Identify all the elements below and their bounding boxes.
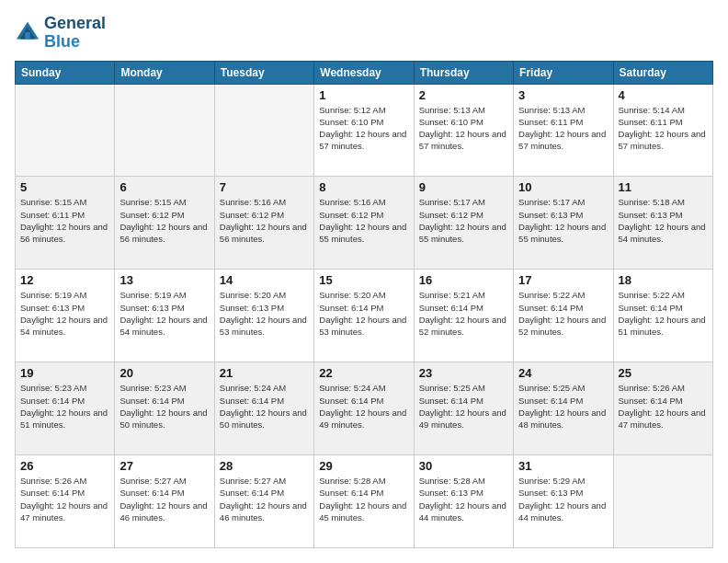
day-number: 1 (319, 88, 408, 102)
day-info: Sunrise: 5:17 AM Sunset: 6:12 PM Dayligh… (419, 196, 508, 245)
day-number: 8 (319, 180, 408, 194)
day-header-saturday: Saturday (613, 61, 712, 84)
day-header-monday: Monday (115, 61, 214, 84)
calendar-cell: 6Sunrise: 5:15 AM Sunset: 6:12 PM Daylig… (115, 177, 214, 270)
calendar-cell: 29Sunrise: 5:28 AM Sunset: 6:14 PM Dayli… (314, 455, 414, 548)
calendar-cell: 8Sunrise: 5:16 AM Sunset: 6:12 PM Daylig… (314, 177, 414, 270)
day-info: Sunrise: 5:26 AM Sunset: 6:14 PM Dayligh… (20, 475, 109, 523)
calendar-cell: 15Sunrise: 5:20 AM Sunset: 6:14 PM Dayli… (314, 270, 414, 362)
day-number: 16 (419, 273, 508, 287)
day-number: 31 (518, 459, 608, 473)
calendar-cell: 21Sunrise: 5:24 AM Sunset: 6:14 PM Dayli… (214, 362, 313, 455)
day-info: Sunrise: 5:27 AM Sunset: 6:14 PM Dayligh… (220, 475, 309, 523)
day-number: 19 (20, 366, 109, 380)
day-info: Sunrise: 5:26 AM Sunset: 6:14 PM Dayligh… (619, 382, 708, 431)
calendar-cell: 27Sunrise: 5:27 AM Sunset: 6:14 PM Dayli… (115, 455, 214, 548)
day-info: Sunrise: 5:19 AM Sunset: 6:13 PM Dayligh… (20, 289, 109, 338)
day-info: Sunrise: 5:15 AM Sunset: 6:12 PM Dayligh… (119, 196, 209, 245)
calendar-cell: 4Sunrise: 5:14 AM Sunset: 6:11 PM Daylig… (613, 84, 712, 177)
day-info: Sunrise: 5:25 AM Sunset: 6:14 PM Dayligh… (518, 382, 608, 431)
calendar-cell: 13Sunrise: 5:19 AM Sunset: 6:13 PM Dayli… (115, 270, 214, 362)
calendar-cell: 7Sunrise: 5:16 AM Sunset: 6:12 PM Daylig… (214, 177, 313, 270)
calendar-cell: 2Sunrise: 5:13 AM Sunset: 6:10 PM Daylig… (414, 84, 513, 177)
day-header-thursday: Thursday (414, 61, 513, 84)
calendar-cell: 28Sunrise: 5:27 AM Sunset: 6:14 PM Dayli… (214, 455, 313, 548)
page-container: General Blue SundayMondayTuesdayWednesda… (0, 0, 728, 563)
calendar-cell: 12Sunrise: 5:19 AM Sunset: 6:13 PM Dayli… (16, 270, 115, 362)
calendar-cell: 30Sunrise: 5:28 AM Sunset: 6:13 PM Dayli… (414, 455, 513, 548)
day-info: Sunrise: 5:13 AM Sunset: 6:10 PM Dayligh… (419, 104, 508, 153)
day-number: 29 (319, 459, 408, 473)
calendar-header-row: SundayMondayTuesdayWednesdayThursdayFrid… (16, 61, 713, 84)
calendar-cell: 31Sunrise: 5:29 AM Sunset: 6:13 PM Dayli… (514, 455, 613, 548)
day-info: Sunrise: 5:23 AM Sunset: 6:14 PM Dayligh… (20, 382, 109, 431)
calendar-cell: 11Sunrise: 5:18 AM Sunset: 6:13 PM Dayli… (613, 177, 712, 270)
calendar-cell: 26Sunrise: 5:26 AM Sunset: 6:14 PM Dayli… (16, 455, 115, 548)
calendar-cell (214, 84, 313, 177)
day-number: 12 (20, 273, 109, 287)
day-number: 23 (419, 366, 508, 380)
calendar-cell: 16Sunrise: 5:21 AM Sunset: 6:14 PM Dayli… (414, 270, 513, 362)
day-number: 22 (319, 366, 408, 380)
day-number: 14 (220, 273, 309, 287)
day-info: Sunrise: 5:20 AM Sunset: 6:13 PM Dayligh… (220, 289, 309, 338)
day-number: 9 (419, 180, 508, 194)
day-info: Sunrise: 5:13 AM Sunset: 6:11 PM Dayligh… (518, 104, 608, 153)
day-info: Sunrise: 5:24 AM Sunset: 6:14 PM Dayligh… (319, 382, 408, 431)
day-number: 17 (518, 273, 608, 287)
calendar-cell: 9Sunrise: 5:17 AM Sunset: 6:12 PM Daylig… (414, 177, 513, 270)
calendar-week-row: 12Sunrise: 5:19 AM Sunset: 6:13 PM Dayli… (16, 270, 713, 362)
day-number: 26 (20, 459, 109, 473)
day-number: 28 (220, 459, 309, 473)
calendar-cell: 25Sunrise: 5:26 AM Sunset: 6:14 PM Dayli… (613, 362, 712, 455)
day-header-sunday: Sunday (16, 61, 115, 84)
day-number: 5 (20, 180, 109, 194)
day-number: 7 (220, 180, 309, 194)
day-info: Sunrise: 5:18 AM Sunset: 6:13 PM Dayligh… (619, 196, 708, 245)
day-number: 15 (319, 273, 408, 287)
calendar-cell: 10Sunrise: 5:17 AM Sunset: 6:13 PM Dayli… (514, 177, 613, 270)
calendar-cell: 5Sunrise: 5:15 AM Sunset: 6:11 PM Daylig… (16, 177, 115, 270)
day-info: Sunrise: 5:22 AM Sunset: 6:14 PM Dayligh… (518, 289, 608, 338)
day-number: 3 (518, 88, 608, 102)
day-number: 20 (119, 366, 209, 380)
day-info: Sunrise: 5:25 AM Sunset: 6:14 PM Dayligh… (419, 382, 508, 431)
logo-text: General Blue (44, 15, 106, 52)
day-info: Sunrise: 5:21 AM Sunset: 6:14 PM Dayligh… (419, 289, 508, 338)
day-info: Sunrise: 5:24 AM Sunset: 6:14 PM Dayligh… (220, 382, 309, 431)
day-info: Sunrise: 5:28 AM Sunset: 6:14 PM Dayligh… (319, 475, 408, 523)
calendar-cell: 23Sunrise: 5:25 AM Sunset: 6:14 PM Dayli… (414, 362, 513, 455)
day-info: Sunrise: 5:23 AM Sunset: 6:14 PM Dayligh… (119, 382, 209, 431)
day-info: Sunrise: 5:14 AM Sunset: 6:11 PM Dayligh… (619, 104, 708, 153)
day-number: 4 (619, 88, 708, 102)
calendar-table: SundayMondayTuesdayWednesdayThursdayFrid… (15, 61, 713, 548)
calendar-cell: 14Sunrise: 5:20 AM Sunset: 6:13 PM Dayli… (214, 270, 313, 362)
day-info: Sunrise: 5:12 AM Sunset: 6:10 PM Dayligh… (319, 104, 408, 153)
calendar-cell: 18Sunrise: 5:22 AM Sunset: 6:14 PM Dayli… (613, 270, 712, 362)
day-number: 11 (619, 180, 708, 194)
day-info: Sunrise: 5:16 AM Sunset: 6:12 PM Dayligh… (319, 196, 408, 245)
day-info: Sunrise: 5:19 AM Sunset: 6:13 PM Dayligh… (119, 289, 209, 338)
calendar-cell: 1Sunrise: 5:12 AM Sunset: 6:10 PM Daylig… (314, 84, 414, 177)
day-header-friday: Friday (514, 61, 613, 84)
calendar-cell: 17Sunrise: 5:22 AM Sunset: 6:14 PM Dayli… (514, 270, 613, 362)
calendar-week-row: 5Sunrise: 5:15 AM Sunset: 6:11 PM Daylig… (16, 177, 713, 270)
calendar-cell (613, 455, 712, 548)
logo: General Blue (15, 15, 106, 52)
day-number: 10 (518, 180, 608, 194)
logo-line2: Blue (44, 32, 80, 51)
svg-rect-2 (25, 32, 30, 39)
day-number: 25 (619, 366, 708, 380)
day-number: 13 (119, 273, 209, 287)
day-number: 2 (419, 88, 508, 102)
day-info: Sunrise: 5:20 AM Sunset: 6:14 PM Dayligh… (319, 289, 408, 338)
logo-line1: General (44, 15, 106, 33)
day-info: Sunrise: 5:28 AM Sunset: 6:13 PM Dayligh… (419, 475, 508, 523)
day-header-wednesday: Wednesday (314, 61, 414, 84)
day-info: Sunrise: 5:17 AM Sunset: 6:13 PM Dayligh… (518, 196, 608, 245)
calendar-cell (115, 84, 214, 177)
calendar-week-row: 19Sunrise: 5:23 AM Sunset: 6:14 PM Dayli… (16, 362, 713, 455)
day-info: Sunrise: 5:15 AM Sunset: 6:11 PM Dayligh… (20, 196, 109, 245)
day-header-tuesday: Tuesday (214, 61, 313, 84)
day-number: 21 (220, 366, 309, 380)
